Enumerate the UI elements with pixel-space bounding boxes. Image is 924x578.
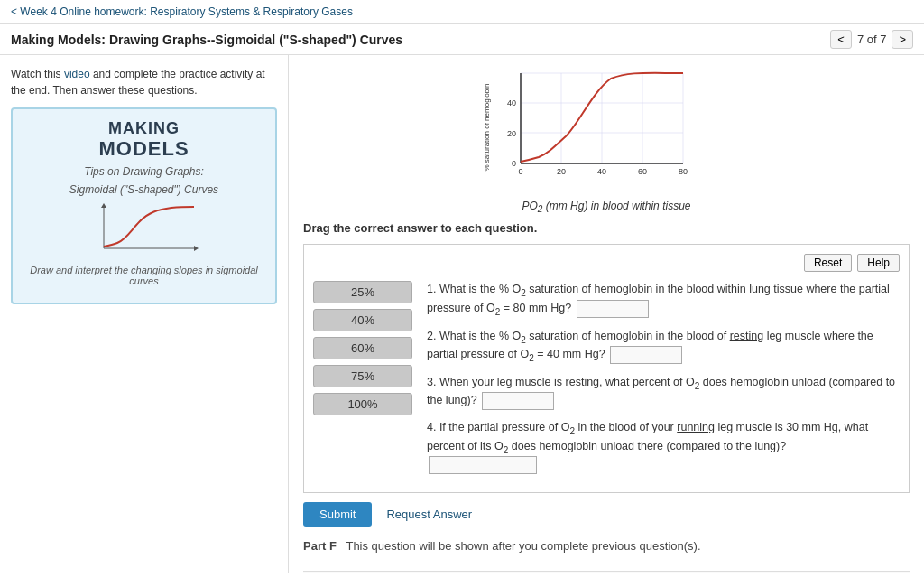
answer-choices: 25% 40% 60% 75% 100% bbox=[313, 281, 412, 483]
svg-text:40: 40 bbox=[507, 98, 516, 107]
question-3: 3. When your leg muscle is resting, what… bbox=[427, 374, 900, 411]
svg-text:0: 0 bbox=[518, 167, 522, 176]
svg-text:80: 80 bbox=[679, 167, 688, 176]
part-f: Part F This question will be shown after… bbox=[303, 536, 910, 556]
page-title: Making Models: Drawing Graphs--Sigmoidal… bbox=[11, 33, 402, 47]
graph-x-label: PO2 (mm Hg) in blood within tissue bbox=[303, 200, 910, 214]
drop-zone-q1[interactable] bbox=[577, 300, 649, 318]
svg-marker-2 bbox=[194, 246, 199, 251]
help-button[interactable]: Help bbox=[857, 254, 900, 272]
question-panel: Reset Help 25% 40% 60% 75% 100% 1. What … bbox=[303, 244, 910, 493]
questions-list: 1. What is the % O2 saturation of hemogl… bbox=[427, 281, 900, 483]
answer-choice-100[interactable]: 100% bbox=[313, 393, 412, 415]
part-f-text: This question will be shown after you co… bbox=[346, 539, 700, 553]
svg-marker-3 bbox=[101, 203, 106, 208]
submit-button[interactable]: Submit bbox=[303, 502, 372, 527]
making-models-box: MAKING MODELS Tips on Drawing Graphs: Si… bbox=[11, 107, 277, 304]
panel-controls: Reset Help bbox=[313, 254, 900, 272]
content-panel: 0 20 40 60 80 0 20 40 % saturation of he… bbox=[289, 55, 924, 573]
question-1: 1. What is the % O2 saturation of hemogl… bbox=[427, 281, 900, 318]
pagination: < 7 of 7 > bbox=[830, 30, 913, 49]
svg-text:60: 60 bbox=[638, 167, 647, 176]
sidebar-intro: Watch this video and complete the practi… bbox=[11, 66, 277, 98]
back-link[interactable]: < Week 4 Online homework: Respiratory Sy… bbox=[11, 5, 353, 18]
making-title-models: MODELS bbox=[23, 138, 264, 160]
action-buttons: Submit Request Answer bbox=[303, 502, 910, 527]
drag-instructions: Drag the correct answer to each question… bbox=[303, 221, 910, 235]
svg-text:20: 20 bbox=[507, 129, 516, 138]
prev-page-button[interactable]: < bbox=[830, 30, 852, 49]
sidebar-graph bbox=[23, 203, 264, 257]
question-4: 4. If the partial pressure of O2 in the … bbox=[427, 419, 900, 474]
video-link[interactable]: video bbox=[64, 68, 90, 80]
part-f-label: Part F bbox=[303, 539, 337, 553]
answer-choice-25[interactable]: 25% bbox=[313, 281, 412, 303]
drop-zone-q4[interactable] bbox=[429, 456, 537, 474]
page-count: 7 of 7 bbox=[857, 33, 887, 46]
bottom-bar: < Return to Assignment Provide Feedback bbox=[303, 571, 910, 573]
answer-choice-60[interactable]: 60% bbox=[313, 337, 412, 359]
sidebar-subtitle1: Tips on Drawing Graphs: bbox=[23, 165, 264, 178]
reset-button[interactable]: Reset bbox=[804, 254, 852, 272]
sidebar-subtitle2: Sigmoidal ("S-shaped") Curves bbox=[23, 183, 264, 196]
question-2: 2. What is the % O2 saturation of hemogl… bbox=[427, 328, 900, 365]
answers-questions: 25% 40% 60% 75% 100% 1. What is the % O2… bbox=[313, 281, 900, 483]
svg-text:40: 40 bbox=[597, 167, 606, 176]
request-answer-link[interactable]: Request Answer bbox=[386, 508, 472, 521]
svg-text:0: 0 bbox=[512, 159, 516, 168]
sidebar: Watch this video and complete the practi… bbox=[0, 55, 289, 573]
svg-text:% saturation of hemoglobin: % saturation of hemoglobin bbox=[483, 84, 491, 172]
graph-container: 0 20 40 60 80 0 20 40 % saturation of he… bbox=[303, 64, 910, 191]
answer-choice-40[interactable]: 40% bbox=[313, 309, 412, 331]
svg-text:20: 20 bbox=[557, 167, 566, 176]
breadcrumb: < Week 4 Online homework: Respiratory Sy… bbox=[0, 0, 924, 24]
sidebar-desc: Draw and interpret the changing slopes i… bbox=[23, 265, 264, 286]
making-title-making: MAKING bbox=[23, 120, 264, 138]
drop-zone-q2[interactable] bbox=[610, 346, 682, 364]
answer-choice-75[interactable]: 75% bbox=[313, 365, 412, 387]
next-page-button[interactable]: > bbox=[892, 30, 913, 49]
drop-zone-q3[interactable] bbox=[482, 392, 554, 410]
